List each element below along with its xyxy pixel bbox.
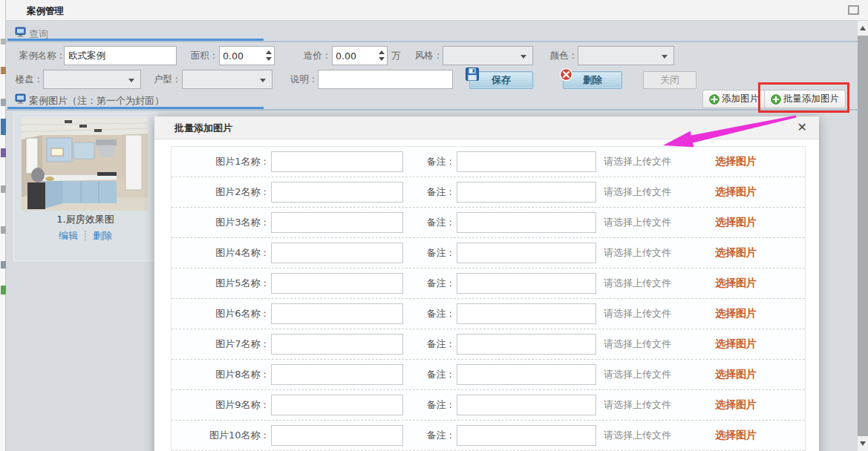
building-label: 楼盘 : [9,70,40,89]
select-image-link[interactable]: 选择图片 [715,429,757,442]
image-name-label: 图片7名称 : [172,338,267,351]
case-name-input[interactable] [64,46,177,65]
select-image-link[interactable]: 选择图片 [715,185,757,199]
tree-icon-fragment [1,148,6,157]
batch-add-image-button-label: 批量添加图片 [783,93,839,105]
remark-input[interactable] [457,243,596,263]
image-name-input[interactable] [271,243,403,263]
spinner-up-icon[interactable] [379,50,385,54]
case-management-window: 案例管理 查询 案例名称 : 面积 : 造价 : 万 风格 : 颜色 : 楼盘 … [0,0,868,451]
save-button[interactable]: 保存 [469,71,533,89]
color-label: 颜色 : [542,46,575,65]
description-input[interactable] [318,70,453,89]
upload-rows-panel: 图片1名称 : 备注 : 请选择上传文件 选择图片 图片2名称 : 备注 : 请… [171,146,806,451]
tree-icon-fragment [1,99,6,106]
upload-row: 图片4名称 : 备注 : 请选择上传文件 选择图片 [172,238,805,269]
upload-row: 图片1名称 : 备注 : 请选择上传文件 选择图片 [172,147,805,177]
remark-input[interactable] [457,425,596,446]
upload-hint: 请选择上传文件 [604,398,681,412]
image-name-input[interactable] [271,303,403,324]
scroll-down-button[interactable] [858,438,868,450]
image-name-input[interactable] [271,273,403,294]
remark-input[interactable] [457,182,596,203]
cost-input[interactable] [333,47,376,65]
description-label: 说明 : [282,70,315,89]
chevron-down-icon [662,55,668,59]
style-select[interactable] [443,46,533,65]
upload-row: 图片3名称 : 备注 : 请选择上传文件 选择图片 [172,208,805,238]
spinner-down-icon[interactable] [379,57,385,61]
remark-label: 备注 : [403,185,452,199]
edit-link[interactable]: 编辑 [59,230,78,241]
image-name-input[interactable] [271,334,403,355]
vertical-scrollbar[interactable] [858,21,868,451]
image-name-input[interactable] [271,212,403,233]
upload-hint: 请选择上传文件 [604,155,681,168]
color-select[interactable] [578,46,674,65]
select-image-link[interactable]: 选择图片 [715,338,757,351]
image-name-label: 图片6名称 : [172,307,267,320]
scrollbar-thumb[interactable] [858,36,868,436]
remark-input[interactable] [457,364,596,385]
window-restore-icon[interactable] [848,5,859,15]
remark-label: 备注 : [403,277,452,290]
batch-add-image-button[interactable]: 批量添加图片 [764,90,846,108]
select-image-link[interactable]: 选择图片 [715,368,757,381]
remark-label: 备注 : [403,398,452,412]
images-section-header: 案例图片（注：第一个为封面） [29,94,164,108]
area-input[interactable] [220,47,264,65]
remark-label: 备注 : [403,246,452,260]
upload-row: 图片8名称 : 备注 : 请选择上传文件 选择图片 [172,360,805,390]
image-name-input[interactable] [271,151,403,172]
cost-spinner-arrows[interactable] [376,47,387,65]
select-image-link[interactable]: 选择图片 [715,155,757,168]
tree-icon-fragment [1,286,6,294]
area-stepper[interactable] [219,46,275,65]
area-spinner-arrows[interactable] [264,47,274,65]
select-image-link[interactable]: 选择图片 [715,307,757,320]
image-name-label: 图片1名称 : [172,155,267,168]
left-tree-strip[interactable] [0,0,6,451]
spinner-down-icon[interactable] [266,57,272,61]
image-name-label: 图片10名称 : [172,429,267,442]
spinner-up-icon[interactable] [266,50,272,54]
upload-hint: 请选择上传文件 [604,216,681,229]
image-name-input[interactable] [271,182,403,203]
select-image-link[interactable]: 选择图片 [715,246,757,260]
image-name-input[interactable] [271,425,403,446]
arrow-down-icon [860,441,866,446]
select-image-link[interactable]: 选择图片 [715,216,757,229]
section-divider [6,41,858,42]
select-image-link[interactable]: 选择图片 [715,398,757,412]
image-name-input[interactable] [271,364,403,385]
delete-button[interactable]: 删除 [563,71,622,89]
image-name-label: 图片3名称 : [172,216,267,229]
delete-x-icon [559,68,573,82]
remark-label: 备注 : [403,307,452,320]
chevron-down-icon [128,79,134,82]
remark-input[interactable] [457,212,596,233]
scroll-up-button[interactable] [858,22,868,34]
add-image-button[interactable]: 添加图片 [702,90,766,108]
close-button[interactable]: 关闭 [643,71,696,89]
remark-input[interactable] [457,303,596,324]
cost-stepper[interactable] [332,46,388,65]
select-image-link[interactable]: 选择图片 [715,277,757,290]
tree-icon-fragment [1,119,6,135]
remark-input[interactable] [457,151,596,172]
remark-label: 备注 : [403,216,452,229]
remark-label: 备注 : [403,429,452,442]
remark-input[interactable] [457,395,596,415]
close-icon[interactable]: ✕ [797,120,807,134]
link-separator: ┊ [82,230,88,241]
upload-row: 图片9名称 : 备注 : 请选择上传文件 选择图片 [172,390,805,421]
building-select[interactable] [43,70,141,89]
unit-type-select[interactable] [182,70,273,89]
remark-input[interactable] [457,273,596,294]
remark-input[interactable] [457,334,596,355]
image-name-input[interactable] [271,395,403,415]
dialog-title: 批量添加图片 [174,122,232,135]
image-card: 1.厨房效果图 编辑┊删除 [13,113,157,261]
plus-circle-icon [709,94,719,105]
delete-link[interactable]: 删除 [93,230,112,241]
